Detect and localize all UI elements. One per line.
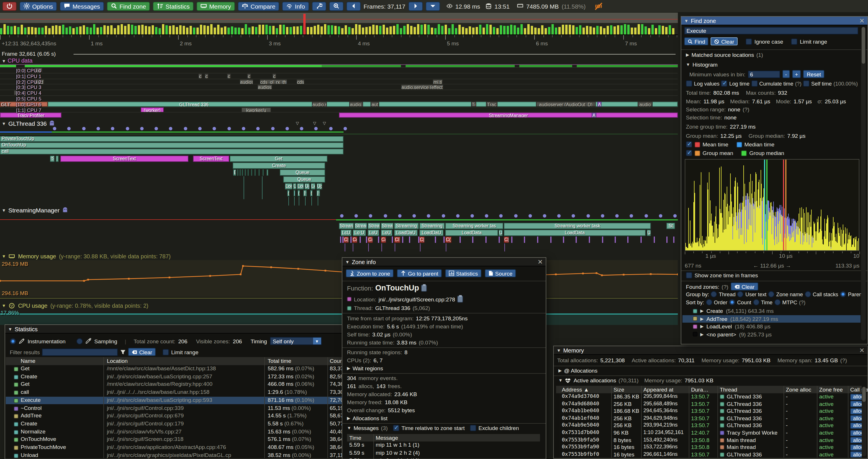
- frame-bar[interactable]: [103, 25, 106, 34]
- zone[interactable]: Up: [305, 183, 310, 190]
- frame-bar[interactable]: [614, 26, 616, 34]
- timing-dropdown[interactable]: Self only▼: [270, 337, 321, 345]
- zone[interactable]: [254, 169, 256, 176]
- frame-bar[interactable]: [483, 28, 485, 34]
- limit-range-checkbox[interactable]: [791, 38, 798, 44]
- zone[interactable]: [251, 169, 252, 176]
- frame-bar[interactable]: [127, 24, 130, 34]
- frame-bar[interactable]: [565, 25, 567, 34]
- frame-bar[interactable]: [576, 27, 578, 34]
- zone[interactable]: [240, 169, 241, 176]
- message-dot[interactable]: [543, 214, 546, 218]
- frame-bar[interactable]: [448, 28, 451, 34]
- zone[interactable]: [258, 169, 260, 176]
- message-dot[interactable]: [53, 127, 56, 130]
- compare-button[interactable]: Compare: [238, 1, 279, 11]
- alloc-callstack-button[interactable]: alloc: [850, 452, 862, 458]
- cpu-zone[interactable]: c: [205, 73, 209, 79]
- statistics-button[interactable]: Statistics: [153, 1, 194, 11]
- message-dot[interactable]: [673, 214, 677, 218]
- zone[interactable]: LoU: [381, 230, 392, 236]
- frame-bar[interactable]: [462, 27, 464, 34]
- frame-bar[interactable]: [320, 26, 323, 34]
- cumulate-time-checkbox[interactable]: [751, 80, 757, 87]
- frame-bar[interactable]: [651, 25, 654, 34]
- alloc-callstack-button[interactable]: alloc: [850, 408, 862, 414]
- frame-bar[interactable]: [610, 25, 612, 34]
- message-dot[interactable]: [644, 214, 648, 218]
- cpu-zone[interactable]: StreamingManager: [339, 113, 678, 118]
- frame-bar[interactable]: [224, 26, 226, 34]
- cpu-plot-header[interactable]: ▼ CPU usage (y-range: 0.78%, visible dat…: [2, 302, 148, 309]
- frame-bar[interactable]: [503, 26, 505, 34]
- log-time-checkbox[interactable]: [721, 80, 727, 87]
- column-header-dura-[interactable]: Dura…: [691, 386, 709, 393]
- frame-bar[interactable]: [238, 28, 240, 34]
- options-button[interactable]: Options: [20, 1, 57, 11]
- copy-icon[interactable]: [458, 296, 463, 302]
- zone[interactable]: U: [499, 230, 503, 236]
- cpu-zone[interactable]: c: [198, 73, 202, 79]
- zone[interactable]: Strea: [381, 223, 394, 229]
- frame-bar[interactable]: [289, 27, 292, 34]
- frame-bar[interactable]: [662, 26, 664, 34]
- alloc-callstack-button[interactable]: alloc: [850, 394, 862, 400]
- frame-bar[interactable]: [34, 28, 37, 34]
- found-zone-row[interactable]: ▶AddTree(18,542) 227.19 ms: [682, 315, 861, 323]
- frame-bar[interactable]: [396, 24, 399, 34]
- zone[interactable]: C(: [381, 236, 386, 243]
- cpu-zone[interactable]: c: [272, 73, 276, 79]
- frame-bar[interactable]: [324, 24, 326, 34]
- message-dot[interactable]: [140, 127, 144, 130]
- message-dot[interactable]: [256, 127, 260, 130]
- column-header-name[interactable]: Name: [21, 358, 35, 364]
- zone[interactable]: St: [666, 223, 675, 229]
- zone[interactable]: (: [310, 190, 312, 196]
- frame-bar[interactable]: [76, 27, 78, 34]
- zone[interactable]: CI: [394, 236, 400, 243]
- found-zone-row[interactable]: ▶Create(54,131) 643.34 ms: [682, 307, 861, 315]
- active-allocations-expander[interactable]: ▼: [558, 378, 563, 383]
- frame-bar[interactable]: [334, 26, 337, 34]
- frame-bar[interactable]: [48, 28, 51, 34]
- frame-bar[interactable]: [348, 27, 350, 34]
- frame-bar[interactable]: [145, 26, 147, 34]
- sort-by-option-order[interactable]: [706, 299, 712, 305]
- zone[interactable]: [56, 156, 59, 162]
- frame-bar[interactable]: [45, 26, 47, 34]
- zone[interactable]: call: [0, 149, 343, 155]
- cpu-zone[interactable]: audio: [638, 102, 653, 107]
- frame-bar[interactable]: [276, 28, 278, 34]
- frame-bar[interactable]: [134, 26, 137, 34]
- column-header-thread[interactable]: Thread: [720, 386, 737, 393]
- zone[interactable]: Strean: [339, 223, 354, 229]
- cpu-zone[interactable]: cds: [297, 79, 305, 84]
- frame-bar[interactable]: [496, 28, 499, 34]
- cpu-zone[interactable]: audiose: [257, 85, 272, 90]
- group-by-option-user-text[interactable]: [737, 291, 744, 297]
- cpu-data-header[interactable]: ▼ CPU data: [2, 57, 32, 64]
- log-values-checkbox[interactable]: [686, 80, 692, 87]
- alloc-callstack-button[interactable]: alloc: [850, 423, 862, 429]
- group-by-option-zone-name[interactable]: [768, 291, 774, 297]
- message-dot[interactable]: [184, 127, 187, 130]
- frame-bar[interactable]: [427, 25, 430, 34]
- frame-dropdown-button[interactable]: [425, 1, 440, 11]
- frame-bar[interactable]: [286, 27, 288, 34]
- zone[interactable]: Streaming worker task: [504, 223, 651, 229]
- ignore-case-checkbox[interactable]: [746, 38, 752, 44]
- frame-bar[interactable]: [155, 27, 157, 34]
- frame-bar[interactable]: [107, 26, 109, 34]
- find-zone-button[interactable]: Find zone: [107, 1, 150, 11]
- frame-marker-row[interactable]: Frame 32,661 (6.05 s): [0, 51, 678, 57]
- zone-location[interactable]: jni/../jni/src/guif/Screen.cpp:278: [378, 296, 455, 302]
- frame-bar[interactable]: [627, 25, 629, 34]
- exclude-children-checkbox[interactable]: [470, 425, 476, 431]
- frame-bar[interactable]: [262, 25, 264, 34]
- message-dot[interactable]: [285, 127, 289, 130]
- frame-bar[interactable]: [207, 26, 209, 34]
- message-dot[interactable]: [441, 214, 445, 218]
- alloc-callstack-button[interactable]: alloc: [850, 430, 862, 436]
- frame-bar[interactable]: [438, 24, 440, 34]
- zone[interactable]: (: [287, 190, 289, 196]
